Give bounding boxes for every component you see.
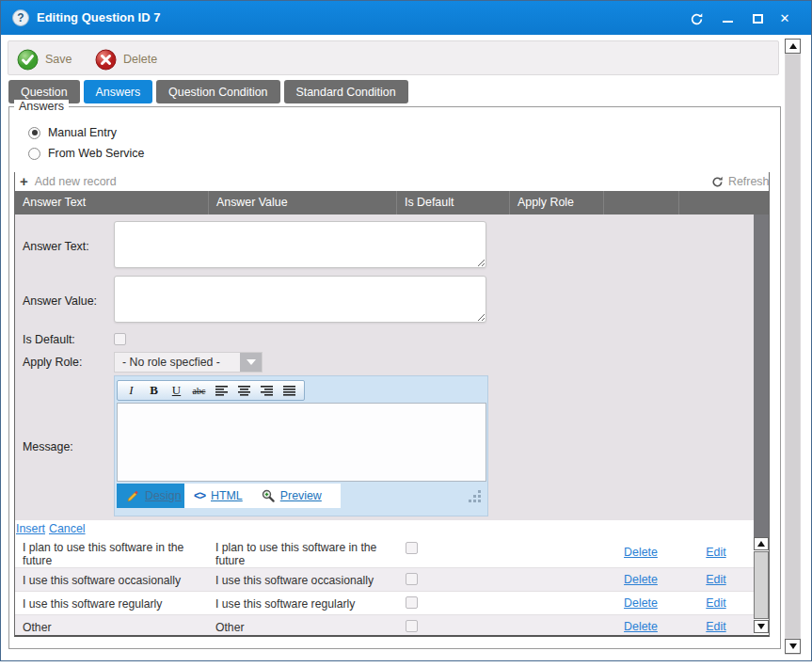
cell-apply-role <box>509 537 603 567</box>
table-row: Other Other Delete Edit <box>15 615 754 637</box>
grid-scroll-thumb[interactable] <box>754 551 769 619</box>
grid-scroll-up-button[interactable] <box>754 537 769 550</box>
is-default-checkbox <box>406 573 418 585</box>
editor-tab-preview-label: Preview <box>280 489 322 502</box>
column-header-answer-value[interactable]: Answer Value <box>208 191 396 214</box>
cell-answer-text: Other <box>15 615 208 637</box>
align-center-icon[interactable] <box>233 382 255 399</box>
cell-answer-value: I plan to use this software in the futur… <box>208 537 396 567</box>
cell-delete: Delete <box>603 615 678 637</box>
editor-tab-html-label: HTML <box>211 489 243 502</box>
window-scroll-up-button[interactable] <box>785 39 801 54</box>
answer-value-input[interactable] <box>114 276 486 323</box>
cancel-link[interactable]: Cancel <box>49 522 86 535</box>
radio-manual-entry-control[interactable] <box>28 127 40 139</box>
edit-link[interactable]: Edit <box>706 620 725 633</box>
table-row: I plan to use this software in the futur… <box>15 537 754 568</box>
edit-link[interactable]: Edit <box>706 596 725 610</box>
underline-icon[interactable]: U <box>166 382 187 399</box>
table-row: I use this software occasionally I use t… <box>15 568 754 592</box>
message-editor: I B U abc <box>114 375 488 516</box>
cell-edit: Edit <box>678 615 754 637</box>
cell-apply-role <box>509 592 603 614</box>
apply-role-dropdown[interactable]: - No role specfied - <box>114 352 263 373</box>
align-right-icon[interactable] <box>256 382 278 399</box>
editor-resize-grip[interactable] <box>478 490 481 493</box>
maximize-button[interactable] <box>749 10 766 27</box>
cell-answer-text: I use this software occasionally <box>15 568 208 591</box>
plus-icon: + <box>20 173 28 190</box>
refresh-icon <box>690 12 704 26</box>
cell-delete: Delete <box>603 537 678 567</box>
editor-tab-design-label: Design <box>145 489 182 502</box>
grid-scroll-gutter <box>754 214 769 537</box>
delete-link[interactable]: Delete <box>624 596 658 610</box>
column-header-apply-role[interactable]: Apply Role <box>509 191 603 214</box>
bold-icon[interactable]: B <box>143 382 165 399</box>
save-label: Save <box>45 53 72 66</box>
is-default-label: Is Default: <box>23 333 75 346</box>
editor-content-area[interactable] <box>117 403 486 482</box>
grid-command-bar: + Add new record Refresh <box>15 172 769 191</box>
save-icon <box>17 49 39 71</box>
code-brackets-icon: <> <box>194 489 205 502</box>
delete-label: Delete <box>123 53 157 66</box>
is-default-checkbox <box>406 596 418 609</box>
cell-is-default <box>396 568 509 591</box>
minimize-icon <box>723 21 733 23</box>
window-scroll-thumb[interactable] <box>786 55 800 638</box>
delete-link[interactable]: Delete <box>624 620 658 633</box>
tab-question-condition[interactable]: Question Condition <box>156 80 279 103</box>
strikethrough-icon[interactable]: abc <box>188 382 210 399</box>
edit-form-links: Insert Cancel <box>15 520 754 537</box>
apply-role-value: - No role specfied - <box>115 356 240 369</box>
column-header-answer-text[interactable]: Answer Text <box>15 191 208 214</box>
cell-is-default <box>396 615 509 637</box>
editor-tab-preview[interactable]: Preview <box>252 484 331 508</box>
editor-mode-tabs: Design <> HTML Preview <box>117 484 486 508</box>
minimize-button[interactable] <box>719 10 736 27</box>
radio-manual-entry[interactable]: Manual Entry <box>28 124 117 141</box>
edit-link[interactable]: Edit <box>706 546 725 559</box>
titlebar-refresh-button[interactable] <box>688 10 705 27</box>
window-scroll-down-button[interactable] <box>785 639 801 654</box>
tab-answers[interactable]: Answers <box>84 80 153 103</box>
cell-answer-value: I use this software regularly <box>208 592 396 614</box>
apply-role-dropdown-button[interactable] <box>240 353 262 372</box>
add-new-record-button[interactable]: + Add new record <box>20 172 117 191</box>
column-header-is-default[interactable]: Is Default <box>396 191 509 214</box>
save-button[interactable]: Save <box>17 48 72 71</box>
window-vertical-scrollbar <box>785 39 801 655</box>
grid-scroll-down-button[interactable] <box>754 620 769 633</box>
cell-answer-value: Other <box>208 615 396 637</box>
delete-link[interactable]: Delete <box>624 573 658 586</box>
pencil-icon <box>126 489 139 502</box>
insert-link[interactable]: Insert <box>16 522 45 535</box>
italic-icon[interactable]: I <box>120 382 142 399</box>
editor-tab-design[interactable]: Design <box>117 484 184 508</box>
radio-from-web-service[interactable]: From Web Service <box>28 145 144 162</box>
editor-tab-html[interactable]: <> HTML <box>184 484 252 508</box>
action-toolbar: Save Delete <box>8 40 779 75</box>
is-default-checkbox[interactable] <box>114 333 126 345</box>
help-icon[interactable]: ? <box>12 9 29 26</box>
cell-answer-text: I use this software regularly <box>15 592 208 614</box>
edit-link[interactable]: Edit <box>706 573 725 586</box>
arrow-up-icon <box>757 541 765 547</box>
editor-tabs-white-block: <> HTML Preview <box>184 484 341 508</box>
close-button[interactable]: ✕ <box>776 10 793 27</box>
align-left-icon[interactable] <box>211 382 232 399</box>
delete-link[interactable]: Delete <box>624 546 658 559</box>
cell-answer-text: I plan to use this software in the futur… <box>15 537 208 567</box>
radio-manual-entry-label: Manual Entry <box>48 126 117 139</box>
delete-button[interactable]: Delete <box>95 48 157 71</box>
radio-from-web-service-control[interactable] <box>28 148 40 160</box>
tab-standard-condition[interactable]: Standard Condition <box>284 80 408 103</box>
align-justify-icon[interactable] <box>279 382 300 399</box>
title-bar: ? Editing Question ID 7 ✕ <box>1 1 811 35</box>
is-default-checkbox <box>406 542 418 554</box>
answer-text-input[interactable] <box>114 221 486 268</box>
editor-toolbar: I B U abc <box>117 380 305 401</box>
arrow-down-icon <box>757 624 765 629</box>
refresh-button[interactable]: Refresh <box>711 172 769 191</box>
